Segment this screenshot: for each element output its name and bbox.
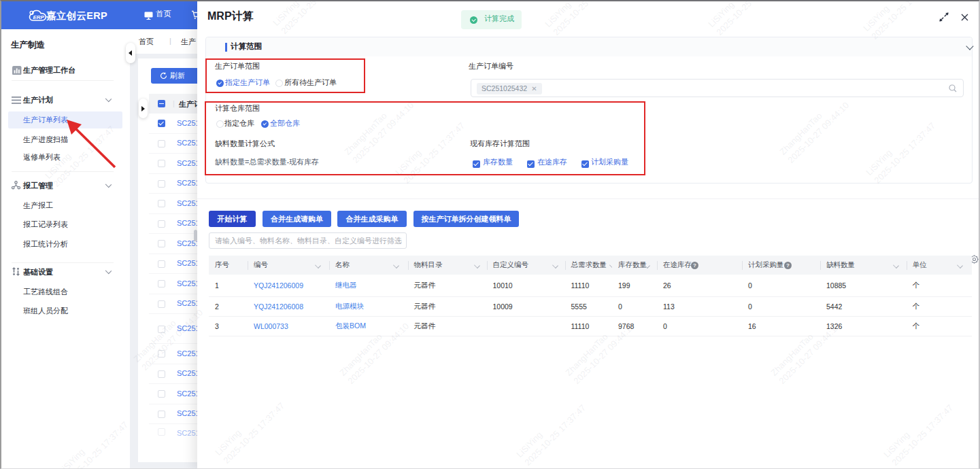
svg-text:ERP: ERP [33, 14, 45, 20]
